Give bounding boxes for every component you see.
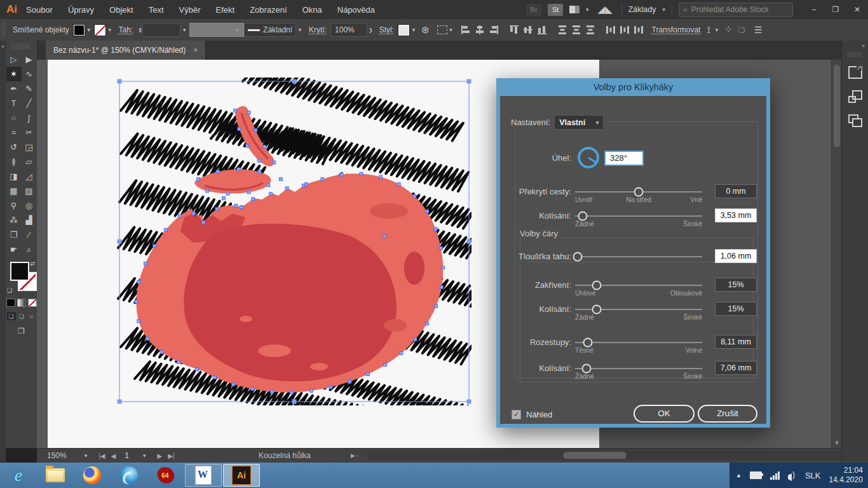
dist-left-icon[interactable]: [606, 25, 616, 35]
anchor-point[interactable]: [254, 128, 257, 132]
slider-value-field[interactable]: 7,06 mm: [715, 361, 757, 375]
chevron-down-icon[interactable]: ▼: [714, 27, 719, 33]
dist-center-h-icon[interactable]: [620, 25, 630, 35]
vertical-scrollbar-thumb[interactable]: [834, 65, 840, 147]
anchor-point[interactable]: [426, 322, 429, 325]
anchor-point[interactable]: [247, 191, 250, 194]
taskbar-maxthon-icon[interactable]: [111, 463, 147, 488]
illustrator-logo[interactable]: Ai: [6, 3, 17, 16]
slider-value-field[interactable]: 3,53 mm: [715, 208, 757, 222]
slider-track[interactable]: [575, 309, 702, 310]
anchor-point[interactable]: [360, 172, 363, 175]
dist-bottom-icon[interactable]: [585, 25, 595, 35]
anchor-point[interactable]: [252, 198, 255, 201]
artboard-tool[interactable]: ❐: [6, 227, 22, 242]
artboard-number[interactable]: 1: [125, 451, 129, 460]
anchor-point[interactable]: [414, 338, 417, 341]
language-indicator[interactable]: SLK: [805, 471, 821, 480]
anchor-point[interactable]: [340, 173, 343, 176]
taskbar-irfanview-icon[interactable]: 64: [147, 463, 184, 488]
anchor-point[interactable]: [165, 228, 168, 231]
brush-definition-dropdown[interactable]: Základní: [244, 23, 296, 37]
menu-item-soubor[interactable]: Soubor: [26, 5, 53, 15]
zoom-tool[interactable]: ⌕: [22, 242, 37, 257]
artboards-panel-icon[interactable]: [848, 90, 862, 103]
scale-tool[interactable]: ◲: [22, 140, 37, 154]
menu-item-vyber[interactable]: Výběr: [179, 5, 201, 15]
anchor-point[interactable]: [247, 111, 250, 114]
status-expand-icon[interactable]: ▶ ‹: [351, 452, 358, 459]
stroke-color-swatch[interactable]: [94, 24, 106, 36]
select-similar-icon[interactable]: [437, 25, 447, 34]
bounding-box-handle[interactable]: [292, 79, 297, 84]
align-left-icon[interactable]: [461, 25, 471, 35]
menu-item-upravy[interactable]: Úpravy: [68, 5, 94, 15]
slider-track[interactable]: [575, 342, 702, 343]
previous-artboard-icon[interactable]: ◀: [111, 452, 116, 459]
bounding-box-handle[interactable]: [467, 400, 471, 404]
battery-icon[interactable]: [750, 471, 762, 479]
draw-normal-icon[interactable]: ❏: [7, 312, 16, 320]
direct-selection-tool[interactable]: ▶: [22, 52, 37, 67]
anchor-point[interactable]: [285, 187, 288, 190]
style-swatch[interactable]: [398, 24, 410, 36]
anchor-point[interactable]: [305, 183, 308, 186]
anchor-point[interactable]: [271, 390, 274, 393]
collapse-icon[interactable]: «: [0, 41, 6, 50]
anchor-point[interactable]: [238, 127, 241, 130]
align-pixel-grid-icon[interactable]: ⁘: [724, 24, 733, 36]
align-bottom-icon[interactable]: [537, 25, 547, 35]
anchor-point[interactable]: [434, 227, 437, 231]
anchor-point[interactable]: [205, 189, 208, 193]
chevron-down-icon[interactable]: ▼: [182, 27, 187, 33]
taskbar-firefox-icon[interactable]: [74, 463, 111, 488]
type-tool[interactable]: T: [6, 96, 22, 111]
horizontal-scrollbar-thumb[interactable]: [563, 452, 627, 459]
anchor-point[interactable]: [146, 337, 149, 340]
pen-tool[interactable]: ✒: [6, 81, 22, 96]
mesh-tool[interactable]: ▦: [6, 184, 22, 198]
free-transform-tool[interactable]: ▱: [22, 154, 37, 169]
anchor-point[interactable]: [196, 368, 199, 371]
slider-value-field[interactable]: 1,06 mm: [715, 249, 757, 263]
show-hidden-icons[interactable]: ▲: [736, 472, 742, 478]
slider-value-field[interactable]: 15%: [715, 278, 757, 292]
slider-track[interactable]: [575, 368, 702, 369]
bounding-box-handle[interactable]: [467, 240, 471, 244]
bounding-box-handle[interactable]: [118, 79, 122, 84]
graph-tool[interactable]: ▟: [22, 213, 37, 227]
align-top-icon[interactable]: [509, 25, 519, 35]
dialog-title[interactable]: Volby pro Klikyháky: [496, 78, 770, 96]
anchor-point[interactable]: [137, 280, 140, 283]
color-button[interactable]: [6, 299, 15, 307]
anchor-point[interactable]: [384, 363, 387, 367]
slider-value-field[interactable]: 8,11 mm: [715, 335, 757, 349]
bounding-box-handle[interactable]: [467, 79, 471, 84]
taskbar-internet-explorer-icon[interactable]: e: [0, 463, 37, 488]
anchor-point[interactable]: [234, 204, 238, 207]
menu-item-napoveda[interactable]: Nápověda: [337, 5, 375, 15]
opacity-label[interactable]: Krytí:: [309, 25, 327, 34]
stroke-weight-label[interactable]: Tah:: [119, 25, 133, 34]
hand-tool[interactable]: ☛: [6, 242, 22, 257]
chevron-down-icon[interactable]: ▼: [297, 27, 302, 33]
document-setup-icon[interactable]: ⊛: [421, 24, 430, 36]
dist-right-icon[interactable]: [634, 25, 644, 35]
chevron-down-icon[interactable]: ▾: [586, 6, 589, 13]
anchor-point[interactable]: [440, 286, 443, 289]
anchor-point[interactable]: [214, 376, 217, 379]
scissors-tool[interactable]: ✂: [22, 125, 37, 140]
anchor-point[interactable]: [215, 207, 219, 210]
menu-item-text[interactable]: Text: [149, 5, 164, 15]
anchor-point[interactable]: [329, 386, 332, 389]
curvature-tool[interactable]: ✎: [22, 81, 37, 96]
screen-mode-icon[interactable]: ❐: [16, 327, 27, 336]
stroke-weight-stepper[interactable]: ▲▼: [138, 27, 142, 33]
panel-grip[interactable]: [848, 52, 863, 57]
gradient-button[interactable]: [17, 299, 26, 307]
anchor-point[interactable]: [321, 178, 324, 181]
anchor-point[interactable]: [413, 194, 416, 198]
anchor-point[interactable]: [177, 360, 180, 363]
restore-button[interactable]: ❐: [825, 0, 846, 19]
chevron-down-icon[interactable]: ▼: [411, 27, 416, 33]
